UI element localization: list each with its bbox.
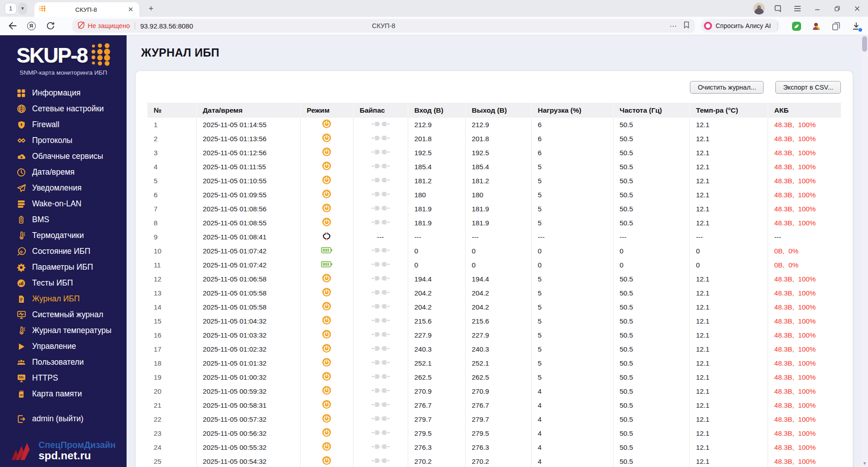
table-row: 152025-11-05 01:04:32215.6215.6550.512.1… xyxy=(147,314,841,328)
table-row: 192025-11-05 01:00:32262.5262.5550.512.1… xyxy=(147,370,841,384)
cell-frequency: 50.5 xyxy=(613,272,689,286)
cell-temperature: 12.1 xyxy=(689,146,768,160)
spd-logo-icon xyxy=(11,438,34,463)
sidebar-item-ups-tests[interactable]: Тесты ИБП xyxy=(0,275,127,291)
cell-bypass xyxy=(353,244,408,258)
sidebar-item-ups-state[interactable]: Состояние ИБП xyxy=(0,243,127,259)
cell-temperature: 12.1 xyxy=(689,202,768,216)
download-icon[interactable] xyxy=(849,19,863,33)
cell-bypass: --- xyxy=(353,230,408,244)
sidebar-item-bms[interactable]: BMS xyxy=(0,212,127,228)
new-tab-button[interactable]: + xyxy=(146,3,156,14)
extension-copy-icon[interactable] xyxy=(829,19,844,33)
cell-battery: 0В, 0% xyxy=(768,258,841,272)
cell-load: 5 xyxy=(531,300,613,314)
power-icon xyxy=(322,389,331,396)
sidebar-item-label: Дата/время xyxy=(32,167,75,177)
cell-mode xyxy=(300,244,353,258)
sidebar-item-label: admin (выйти) xyxy=(32,414,84,424)
sidebar-item-network-settings[interactable]: Сетевые настройки xyxy=(0,101,127,117)
sidebar-item-firewall[interactable]: Firewall xyxy=(0,117,127,133)
address-page-title: СКУП-8 xyxy=(372,22,396,29)
cell-input-voltage: 181.9 xyxy=(408,216,465,230)
close-icon[interactable] xyxy=(850,2,864,15)
scrollbar-thumb[interactable] xyxy=(862,36,867,52)
table-row: 242025-11-05 00:55:32276.3276.3450.512.1… xyxy=(147,440,841,454)
tab-favicon-dots xyxy=(39,5,46,14)
cell-temperature: 12.1 xyxy=(689,174,768,188)
cell-temperature: 12.1 xyxy=(689,426,768,440)
bookmark-icon[interactable] xyxy=(684,21,689,30)
diamonds-icon xyxy=(16,136,26,146)
sidebar-item-date-time[interactable]: Дата/время xyxy=(0,164,127,180)
clock-icon xyxy=(16,167,26,177)
sidebar-item-wake-on-lan[interactable]: Wake-on-LAN xyxy=(0,196,127,212)
sidebar-item-control[interactable]: Управление xyxy=(0,338,127,354)
cell-temperature: 12.1 xyxy=(689,314,768,328)
cell-mode xyxy=(300,286,353,300)
thermometer-icon xyxy=(16,231,26,241)
column-header-8: Темп-ра (°C) xyxy=(689,103,768,118)
chevron-down-icon[interactable]: ▼ xyxy=(18,3,27,14)
menu-icon[interactable] xyxy=(790,2,805,15)
page-scrollbar[interactable]: ▼ xyxy=(861,35,868,467)
side-panel-icon[interactable] xyxy=(770,2,785,15)
address-bar[interactable]: Не защищено 93.92.83.56:8080 СКУП-8 ⋯ xyxy=(72,19,695,33)
sidebar-item-thermo-sensors[interactable]: Термодатчики xyxy=(0,228,127,243)
sidebar-item-logout[interactable]: admin (выйти) xyxy=(0,411,127,427)
alice-button[interactable]: Спросить Алису AI xyxy=(701,19,779,33)
cell-mode xyxy=(300,370,353,384)
power-icon xyxy=(322,375,331,382)
cell-datetime: 2025-11-05 01:09:55 xyxy=(196,188,300,202)
table-row: 72025-11-05 01:08:56181.9181.9550.512.14… xyxy=(147,202,841,216)
server-icon xyxy=(16,199,26,209)
sidebar-item-system-log[interactable]: Системный журнал xyxy=(0,307,127,323)
cell-output-voltage: 279.5 xyxy=(465,426,531,440)
sidebar-item-https[interactable]: SSLHTTPS xyxy=(0,370,127,386)
browser-tab[interactable]: СКУП-8 ✕ xyxy=(34,2,139,17)
shield-warning-icon[interactable] xyxy=(78,21,85,31)
cell-load: 5 xyxy=(531,328,613,342)
sidebar-item-protocols[interactable]: Протоколы xyxy=(0,133,127,148)
extension-green-icon[interactable] xyxy=(789,19,804,33)
cell-output-voltage: 276.7 xyxy=(465,398,531,412)
back-icon[interactable] xyxy=(5,19,19,33)
sidebar-item-cloud-services[interactable]: Облачные сервисы xyxy=(0,148,127,164)
refresh-icon[interactable] xyxy=(43,19,57,33)
plug-pair-icon xyxy=(371,304,390,311)
scrollbar-down-icon[interactable]: ▼ xyxy=(861,461,868,466)
column-header-2: Режим xyxy=(300,103,353,118)
sidebar-item-ups-params[interactable]: Параметры ИБП xyxy=(0,259,127,275)
sidebar-item-information[interactable]: Информация xyxy=(0,85,127,101)
cell-number: 17 xyxy=(147,342,196,356)
sidebar-item-notifications[interactable]: Уведомления xyxy=(0,180,127,196)
plug-pair-icon xyxy=(371,290,390,297)
cell-output-voltage: 270.9 xyxy=(465,384,531,398)
more-icon[interactable]: ⋯ xyxy=(670,22,677,30)
yandex-icon[interactable]: Я xyxy=(24,19,38,33)
sidebar-item-temperature-log[interactable]: Журнал температуры xyxy=(0,323,127,338)
cell-datetime: 2025-11-05 01:12:56 xyxy=(196,146,300,160)
tab-group-counter[interactable]: 1 xyxy=(5,3,17,14)
clear-log-button[interactable]: Очистить журнал... xyxy=(690,81,764,94)
column-header-1: Дата/время xyxy=(196,103,300,118)
sidebar-item-ups-log[interactable]: Журнал ИБП xyxy=(0,291,127,307)
cell-input-voltage: 227.9 xyxy=(408,328,465,342)
sidebar-item-label: Управление xyxy=(32,342,76,351)
sidebar-item-memory-card[interactable]: SDКарта памяти xyxy=(0,386,127,402)
cell-temperature: 12.1 xyxy=(689,412,768,426)
export-csv-button[interactable]: Экспорт в CSV... xyxy=(775,81,841,94)
extension-editor-icon[interactable] xyxy=(809,19,824,33)
minimize-icon[interactable] xyxy=(810,2,825,15)
tab-close-icon[interactable]: ✕ xyxy=(127,5,135,14)
power-icon xyxy=(322,445,331,453)
avatar[interactable] xyxy=(753,3,765,14)
cell-datetime: 2025-11-05 00:58:31 xyxy=(196,398,300,412)
restore-icon[interactable] xyxy=(830,2,844,15)
power-icon xyxy=(322,333,331,340)
sidebar-item-users[interactable]: Пользователи xyxy=(0,354,127,370)
cell-number: 9 xyxy=(147,230,196,244)
cell-number: 22 xyxy=(147,412,196,426)
column-header-3: Байпас xyxy=(353,103,408,118)
battery-icon xyxy=(16,215,26,225)
